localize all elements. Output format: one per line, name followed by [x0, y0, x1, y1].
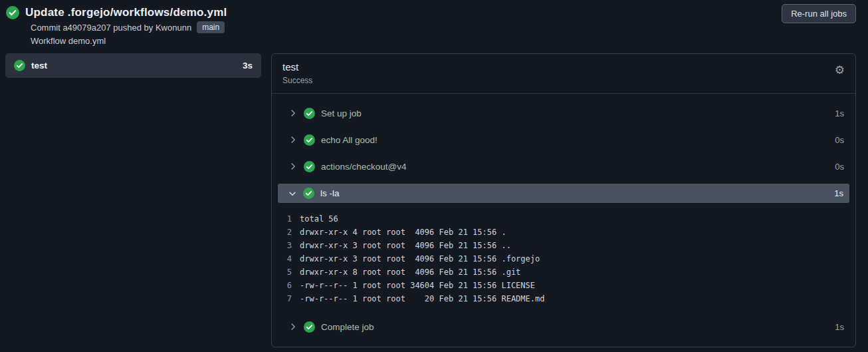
step-name: ls -la [320, 188, 340, 198]
log-line-number[interactable]: 7 [272, 292, 300, 305]
log-line: 5 drwxr-xr-x 8 root root 4096 Feb 21 15:… [272, 265, 855, 279]
step-success-icon [304, 134, 315, 146]
log-line-text: drwxr-xr-x 3 root root 4096 Feb 21 15:56… [300, 252, 540, 265]
log-line-text: drwxr-xr-x 8 root root 4096 Feb 21 15:56… [300, 265, 520, 279]
commit-line: Commit a49079a207 pushed by Kwonunn main [6, 21, 856, 33]
commit-middle: pushed by [111, 23, 156, 33]
step-name: echo All good! [321, 135, 378, 145]
job-panel-header: test Success ⚙ [272, 54, 855, 94]
jobs-sidebar: test 3s [5, 53, 261, 78]
run-success-icon [6, 6, 19, 19]
log-line: 7 -rw-r--r-- 1 root root 20 Feb 21 15:56… [272, 292, 855, 305]
step-duration: 0s [835, 135, 844, 145]
log-line-number[interactable]: 4 [272, 252, 300, 265]
job-panel-title: test [282, 61, 845, 73]
log-line-text: drwxr-xr-x 4 root root 4096 Feb 21 15:56… [300, 226, 506, 239]
log-line: 1 total 56 [272, 212, 855, 226]
job-success-icon [14, 60, 25, 71]
chevron-right-icon [288, 162, 298, 171]
commit-prefix: Commit [31, 23, 62, 33]
log-line: 2 drwxr-xr-x 4 root root 4096 Feb 21 15:… [272, 226, 855, 239]
step-name: Set up job [321, 108, 362, 118]
job-name: test [31, 61, 47, 71]
run-header: Update .forgejo/workflows/demo.yml Commi… [0, 0, 868, 49]
job-detail-panel: test Success ⚙ Set up job 1s [271, 53, 856, 347]
step-duration: 1s [835, 108, 844, 118]
step-row-actions-checkout[interactable]: actions/checkout@v4 0s [272, 153, 855, 180]
log-line-text: -rw-r--r-- 1 root root 34604 Feb 21 15:5… [300, 279, 535, 292]
step-success-icon [303, 188, 314, 199]
step-success-icon [304, 321, 315, 333]
steps-list: Set up job 1s echo All good! 0s [272, 94, 855, 347]
step-duration: 1s [834, 188, 843, 198]
step-duration: 0s [835, 162, 844, 172]
commit-sha-link[interactable]: a49079a207 [62, 23, 110, 33]
log-line: 6 -rw-r--r-- 1 root root 34604 Feb 21 15… [272, 279, 855, 292]
step-row-echo-all-good[interactable]: echo All good! 0s [272, 126, 855, 153]
log-line-text: -rw-r--r-- 1 root root 20 Feb 21 15:56 R… [300, 292, 544, 305]
step-log-output: 1 total 56 2 drwxr-xr-x 4 root root 4096… [272, 206, 855, 313]
chevron-right-icon [288, 322, 298, 331]
chevron-right-icon [288, 135, 298, 144]
log-line-number[interactable]: 1 [272, 212, 300, 226]
log-line: 3 drwxr-xr-x 3 root root 4096 Feb 21 15:… [272, 239, 855, 252]
branch-badge[interactable]: main [197, 21, 225, 33]
step-success-icon [304, 108, 315, 119]
step-name: actions/checkout@v4 [321, 162, 407, 172]
rerun-all-jobs-button[interactable]: Re-run all jobs [782, 4, 856, 23]
log-line-number[interactable]: 3 [272, 239, 300, 252]
commit-author: Kwonunn [156, 23, 191, 33]
step-row-ls-la[interactable]: ls -la 1s [278, 184, 849, 203]
job-duration: 3s [243, 61, 253, 71]
workflow-line: Workflow demo.yml [6, 36, 856, 46]
step-name: Complete job [321, 322, 374, 332]
log-line-text: drwxr-xr-x 3 root root 4096 Feb 21 15:56… [300, 239, 511, 252]
log-line-number[interactable]: 2 [272, 226, 300, 239]
log-line-number[interactable]: 6 [272, 279, 300, 292]
log-line-number[interactable]: 5 [272, 265, 300, 279]
job-panel-status: Success [282, 76, 845, 85]
step-row-complete-job[interactable]: Complete job 1s [272, 313, 855, 340]
step-success-icon [304, 161, 315, 172]
chevron-right-icon [288, 108, 298, 118]
chevron-down-icon [288, 189, 297, 198]
log-line: 4 drwxr-xr-x 3 root root 4096 Feb 21 15:… [272, 252, 855, 265]
gear-icon[interactable]: ⚙ [835, 65, 845, 76]
sidebar-job-test[interactable]: test 3s [5, 53, 261, 78]
log-line-text: total 56 [300, 212, 338, 226]
page-title: Update .forgejo/workflows/demo.yml [25, 6, 227, 19]
step-row-set-up-job[interactable]: Set up job 1s [272, 100, 855, 126]
step-duration: 1s [835, 322, 844, 332]
